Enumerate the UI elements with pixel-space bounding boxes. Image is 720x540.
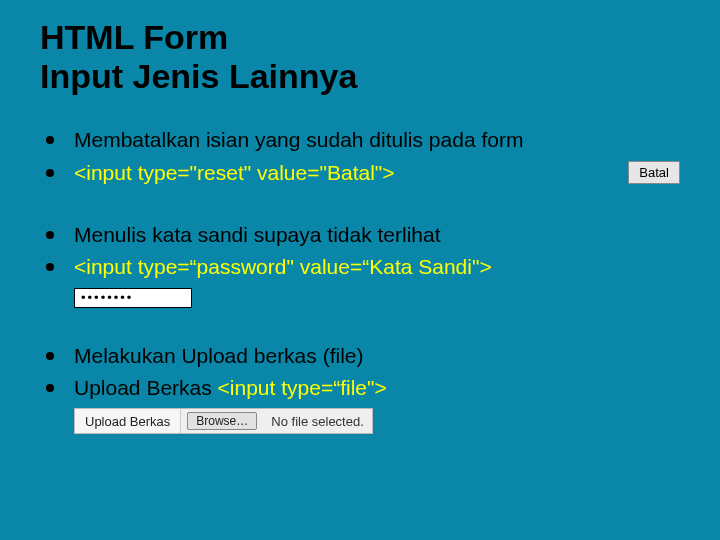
slide-title: HTML Form Input Jenis Lainnya xyxy=(40,18,680,96)
file-status-text: No file selected. xyxy=(263,414,372,429)
reset-button-example[interactable]: Batal xyxy=(628,161,680,185)
list-item: <input type="reset" value="Batal"> Batal xyxy=(40,159,680,187)
upload-example-wrapper: Upload Berkas Browse… No file selected. xyxy=(74,408,680,434)
bullet-icon xyxy=(40,136,74,144)
browse-button[interactable]: Browse… xyxy=(187,412,257,430)
reset-description: Membatalkan isian yang sudah ditulis pad… xyxy=(74,126,680,154)
section-password: Menulis kata sandi supaya tidak terlihat… xyxy=(40,221,680,308)
upload-code-line: Upload Berkas <input type=“file"> xyxy=(74,374,680,402)
password-description: Menulis kata sandi supaya tidak terlihat xyxy=(74,221,680,249)
bullet-icon xyxy=(40,263,74,271)
bullet-icon xyxy=(40,384,74,392)
password-input-example[interactable]: •••••••• xyxy=(74,288,192,308)
section-reset: Membatalkan isian yang sudah ditulis pad… xyxy=(40,126,680,187)
password-example-wrapper: •••••••• xyxy=(74,288,680,308)
title-line-2: Input Jenis Lainnya xyxy=(40,57,357,95)
reset-code: <input type="reset" value="Batal"> xyxy=(74,159,614,187)
bullet-icon xyxy=(40,169,74,177)
file-input-label: Upload Berkas xyxy=(75,409,181,433)
list-item: Upload Berkas <input type=“file"> xyxy=(40,374,680,402)
list-item: Melakukan Upload berkas (file) xyxy=(40,342,680,370)
section-upload: Melakukan Upload berkas (file) Upload Be… xyxy=(40,342,680,435)
slide: HTML Form Input Jenis Lainnya Membatalka… xyxy=(0,0,720,540)
password-code: <input type=“password" value=“Kata Sandi… xyxy=(74,253,680,281)
bullet-icon xyxy=(40,231,74,239)
list-item: Membatalkan isian yang sudah ditulis pad… xyxy=(40,126,680,154)
upload-prefix: Upload Berkas xyxy=(74,376,218,399)
list-item: <input type=“password" value=“Kata Sandi… xyxy=(40,253,680,281)
upload-code: <input type=“file"> xyxy=(218,376,387,399)
title-line-1: HTML Form xyxy=(40,18,228,56)
file-input-example[interactable]: Upload Berkas Browse… No file selected. xyxy=(74,408,373,434)
upload-description: Melakukan Upload berkas (file) xyxy=(74,342,680,370)
list-item: Menulis kata sandi supaya tidak terlihat xyxy=(40,221,680,249)
bullet-icon xyxy=(40,352,74,360)
